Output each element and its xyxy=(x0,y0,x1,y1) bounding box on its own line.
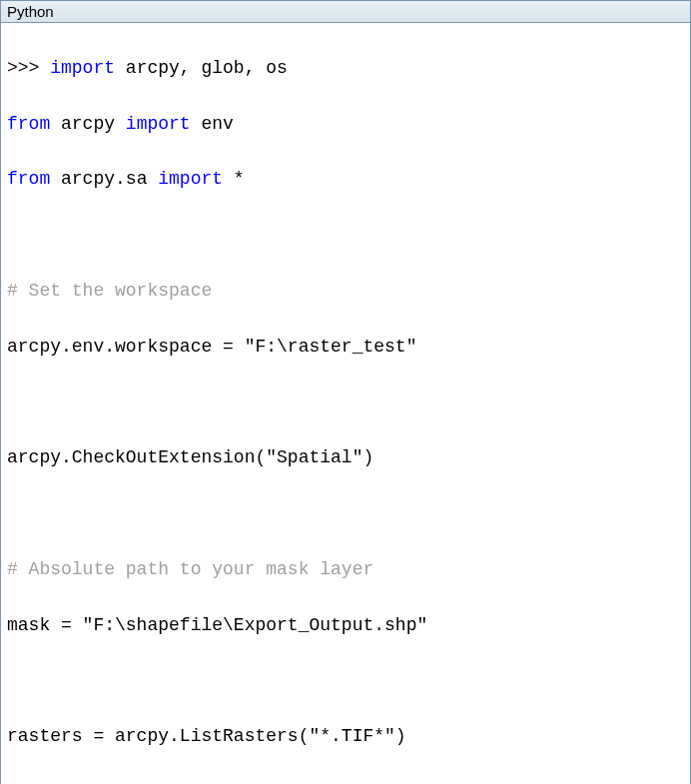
keyword-from: from xyxy=(7,169,50,189)
comment: # Absolute path to your mask layer xyxy=(7,556,684,584)
code-text: * xyxy=(223,169,245,189)
code-line: mask = "F:\shapefile\Export_Output.shp" xyxy=(7,612,684,640)
code-line: from arcpy import env xyxy=(7,111,684,139)
prompt: >>> xyxy=(7,58,50,78)
code-text: arcpy.sa xyxy=(50,169,158,189)
code-line: >>> import arcpy, glob, os xyxy=(7,55,684,83)
keyword-import: import xyxy=(50,58,115,78)
window-title: Python xyxy=(7,3,54,20)
code-line: arcpy.CheckOutExtension("Spatial") xyxy=(7,444,684,472)
keyword-import: import xyxy=(158,169,223,189)
code-line: arcpy.env.workspace = "F:\raster_test" xyxy=(7,334,684,362)
blank-line xyxy=(7,779,684,784)
code-line: from arcpy.sa import * xyxy=(7,166,684,194)
titlebar: Python xyxy=(1,1,690,23)
code-text: env xyxy=(191,114,234,134)
blank-line xyxy=(7,500,684,528)
keyword-import: import xyxy=(126,114,191,134)
blank-line xyxy=(7,390,684,417)
code-area[interactable]: >>> import arcpy, glob, os from arcpy im… xyxy=(1,23,690,784)
code-text: arcpy, glob, os xyxy=(115,58,288,78)
code-text: arcpy xyxy=(50,114,126,134)
keyword-from: from xyxy=(7,114,50,134)
code-line: rasters = arcpy.ListRasters("*.TIF*") xyxy=(7,723,684,751)
comment: # Set the workspace xyxy=(7,278,684,306)
blank-line xyxy=(7,667,684,695)
blank-line xyxy=(7,222,684,250)
python-window: Python >>> import arcpy, glob, os from a… xyxy=(0,0,691,784)
